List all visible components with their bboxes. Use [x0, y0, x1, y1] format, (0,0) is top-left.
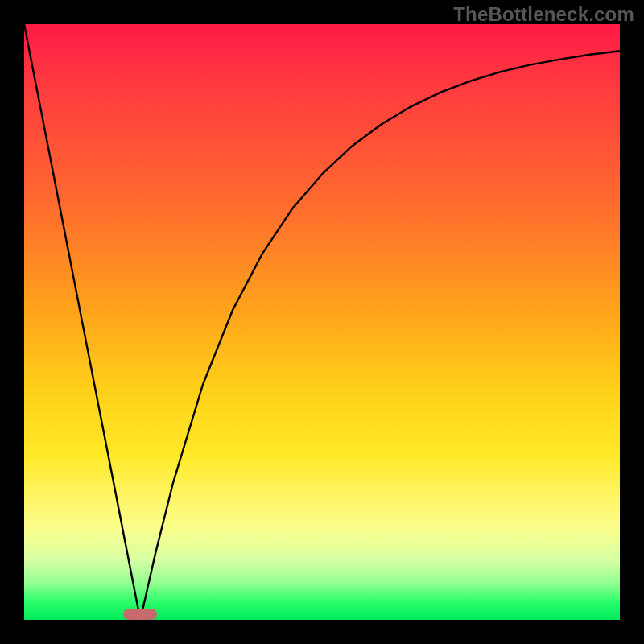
bottleneck-curve: [24, 24, 620, 620]
watermark-text: TheBottleneck.com: [453, 3, 634, 26]
chart-frame: TheBottleneck.com: [0, 0, 644, 644]
curve-svg: [24, 24, 620, 620]
plot-area: [24, 24, 620, 620]
minimum-marker: [123, 609, 157, 620]
